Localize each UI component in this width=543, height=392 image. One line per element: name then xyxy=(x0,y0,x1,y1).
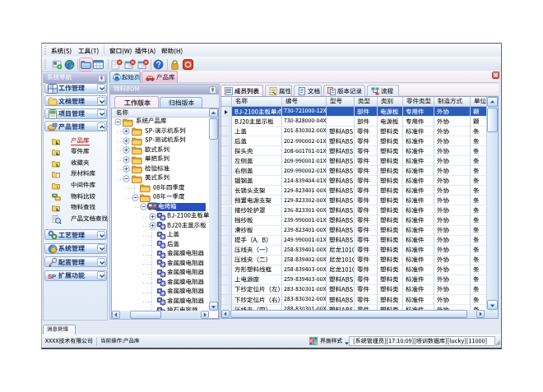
svg-text:P: P xyxy=(52,272,57,279)
